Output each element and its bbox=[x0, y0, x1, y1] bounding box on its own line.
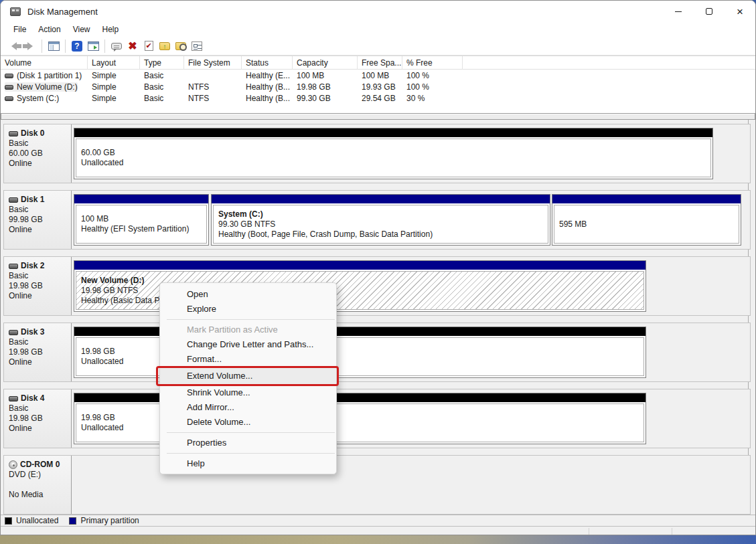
context-menu: Open Explore Mark Partition as Active Ch… bbox=[159, 282, 337, 474]
disk-row-disk4: Disk 4 Basic 19.98 GB Online 19.98 GB Un… bbox=[3, 389, 751, 448]
graphical-view-pane: Disk 0 Basic 60.00 GB Online 60.00 GB Un… bbox=[1, 120, 755, 515]
menu-item-change-drive-letter[interactable]: Change Drive Letter and Paths... bbox=[160, 337, 336, 352]
unallocated-band bbox=[74, 128, 712, 137]
disk-icon bbox=[9, 197, 18, 203]
menu-item-help[interactable]: Help bbox=[160, 456, 336, 471]
menu-view[interactable]: View bbox=[67, 23, 96, 35]
menu-item-format[interactable]: Format... bbox=[160, 352, 336, 367]
column-header-filler bbox=[463, 56, 755, 70]
toolbar-separator bbox=[104, 39, 105, 53]
close-icon: × bbox=[737, 6, 743, 17]
disk-row-disk0: Disk 0 Basic 60.00 GB Online 60.00 GB Un… bbox=[3, 124, 751, 183]
forward-arrow-icon[interactable] bbox=[22, 39, 38, 54]
volume-icon bbox=[5, 85, 13, 90]
column-header-free-space[interactable]: Free Spa... bbox=[358, 56, 402, 70]
cdrom0-label[interactable]: CD-ROM 0 DVD (E:) No Media bbox=[4, 456, 72, 514]
disk1-system-partition[interactable]: System (C:) 99.30 GB NTFS Healthy (Boot,… bbox=[211, 194, 550, 246]
volume-list-pane: Volume Layout Type File System Status Ca… bbox=[1, 56, 755, 113]
unallocated-legend-label: Unallocated bbox=[16, 516, 58, 525]
disk1-efi-partition[interactable]: 100 MB Healthy (EFI System Partition) bbox=[74, 194, 209, 246]
cd-rom-icon bbox=[9, 460, 17, 469]
check-document-icon[interactable]: ✔ bbox=[141, 39, 157, 54]
disk-row-cdrom0: CD-ROM 0 DVD (E:) No Media bbox=[3, 455, 751, 515]
window-controls: × bbox=[663, 1, 755, 22]
disk0-unallocated-partition[interactable]: 60.00 GB Unallocated bbox=[74, 128, 713, 179]
menu-item-properties[interactable]: Properties bbox=[160, 436, 336, 450]
primary-partition-legend-label: Primary partition bbox=[80, 516, 139, 525]
disk-row-disk1: Disk 1 Basic 99.98 GB Online 100 MB Heal… bbox=[3, 190, 751, 250]
disk-management-window: Disk Management × File Action View Help … bbox=[0, 0, 756, 535]
menu-item-explore[interactable]: Explore bbox=[160, 302, 336, 316]
disk0-label[interactable]: Disk 0 Basic 60.00 GB Online bbox=[4, 124, 72, 183]
status-bar-separator bbox=[589, 528, 589, 535]
toolbar-separator bbox=[65, 39, 66, 53]
menu-item-shrink-volume[interactable]: Shrink Volume... bbox=[160, 385, 336, 400]
disk4-label[interactable]: Disk 4 Basic 19.98 GB Online bbox=[4, 389, 72, 448]
volume-list-header: Volume Layout Type File System Status Ca… bbox=[1, 56, 755, 70]
menu-item-delete-volume[interactable]: Delete Volume... bbox=[160, 415, 336, 430]
toolbar-separator bbox=[42, 39, 42, 53]
unallocated-legend-swatch bbox=[5, 517, 12, 525]
disk-icon bbox=[9, 396, 18, 401]
status-bar-separator bbox=[672, 528, 672, 535]
menu-item-extend-volume[interactable]: Extend Volume... bbox=[160, 367, 336, 385]
volume-icon bbox=[5, 96, 13, 101]
properties-list-icon[interactable] bbox=[189, 39, 205, 54]
primary-band bbox=[74, 195, 208, 203]
primary-partition-legend-swatch bbox=[69, 517, 76, 525]
column-header-type[interactable]: Type bbox=[140, 56, 184, 70]
primary-band bbox=[74, 261, 646, 270]
maximize-button[interactable] bbox=[694, 1, 725, 22]
menu-separator bbox=[160, 316, 336, 323]
help-icon[interactable]: ? bbox=[69, 39, 85, 54]
menu-file[interactable]: File bbox=[7, 23, 32, 35]
disk-row-disk2: Disk 2 Basic 19.98 GB Online New Volume … bbox=[3, 256, 751, 316]
volume-icon bbox=[5, 74, 13, 78]
menu-item-open[interactable]: Open bbox=[160, 287, 336, 302]
back-arrow-icon[interactable] bbox=[6, 39, 22, 54]
title-bar: Disk Management × bbox=[1, 1, 755, 22]
horizontal-scrollbar[interactable] bbox=[1, 113, 755, 120]
menu-item-add-mirror[interactable]: Add Mirror... bbox=[160, 400, 336, 415]
disk-icon bbox=[9, 264, 18, 269]
column-header-status[interactable]: Status bbox=[242, 56, 293, 70]
menu-separator bbox=[160, 450, 336, 456]
disk3-label[interactable]: Disk 3 Basic 19.98 GB Online bbox=[4, 323, 72, 381]
disk1-recovery-partition[interactable]: 595 MB bbox=[552, 194, 741, 246]
disk-icon bbox=[9, 131, 18, 137]
minimize-icon bbox=[675, 11, 682, 12]
table-row[interactable]: (Disk 1 partition 1) Simple Basic Health… bbox=[1, 70, 755, 81]
menu-action[interactable]: Action bbox=[32, 23, 66, 35]
table-row[interactable]: System (C:) Simple Basic NTFS Healthy (B… bbox=[1, 92, 755, 104]
toolbar: ? ✖ ✔ ↑ bbox=[1, 37, 755, 56]
disk2-label[interactable]: Disk 2 Basic 19.98 GB Online bbox=[4, 257, 72, 315]
legend-bar: Unallocated Primary partition bbox=[1, 515, 755, 526]
close-button[interactable]: × bbox=[725, 1, 755, 22]
menu-help[interactable]: Help bbox=[96, 23, 125, 35]
column-header-pct-free[interactable]: % Free bbox=[402, 56, 463, 70]
menu-separator bbox=[160, 430, 336, 436]
disk1-label[interactable]: Disk 1 Basic 99.98 GB Online bbox=[4, 191, 72, 249]
disk-management-app-icon bbox=[10, 7, 21, 16]
maximize-icon bbox=[706, 8, 712, 15]
primary-band bbox=[552, 195, 741, 203]
primary-band bbox=[212, 195, 550, 203]
window-title: Disk Management bbox=[27, 7, 98, 17]
column-header-file-system[interactable]: File System bbox=[184, 56, 242, 70]
desktop-background bbox=[0, 535, 756, 544]
disk-row-disk3: Disk 3 Basic 19.98 GB Online 19.98 GB Un… bbox=[3, 323, 751, 382]
menu-item-mark-partition-active: Mark Partition as Active bbox=[160, 323, 336, 337]
console-tree-icon[interactable] bbox=[46, 39, 62, 54]
disk-icon bbox=[9, 330, 18, 335]
column-header-layout[interactable]: Layout bbox=[88, 56, 140, 70]
action-pane-icon[interactable] bbox=[85, 39, 101, 54]
balloon-tip-icon[interactable] bbox=[108, 39, 125, 54]
delete-x-icon[interactable]: ✖ bbox=[125, 39, 141, 54]
minimize-button[interactable] bbox=[663, 1, 694, 22]
column-header-volume[interactable]: Volume bbox=[1, 56, 88, 70]
folder-up-icon[interactable]: ↑ bbox=[157, 39, 173, 54]
table-row-selected[interactable]: New Volume (D:) Simple Basic NTFS Health… bbox=[1, 81, 755, 92]
folder-find-icon[interactable] bbox=[173, 39, 189, 54]
menu-bar: File Action View Help bbox=[1, 22, 755, 37]
column-header-capacity[interactable]: Capacity bbox=[293, 56, 358, 70]
